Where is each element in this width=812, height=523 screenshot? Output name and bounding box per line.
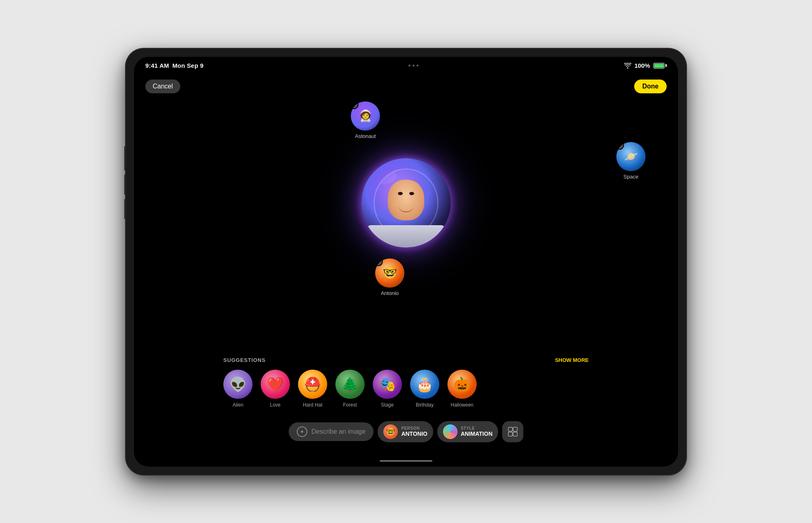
describe-input[interactable]: ✦ Describe an image	[289, 422, 374, 441]
suggestion-halloween-icon: 🎃	[447, 370, 477, 399]
suggestion-birthday-label: Birthday	[416, 402, 434, 408]
center-avatar[interactable]	[361, 158, 451, 248]
dot-1	[408, 65, 410, 67]
avatar-area: 🧑‍🚀 Astonaut 🪐 Space 🤓	[134, 101, 678, 304]
avatar-space-circle: 🪐	[616, 142, 646, 171]
person-type-label: PERSON	[401, 426, 427, 430]
style-info: STYLE ANIMATION	[461, 426, 492, 437]
avatar-space[interactable]: 🪐 Space	[616, 142, 646, 180]
suggestion-alien-icon: 👽	[223, 370, 253, 399]
dot-3	[417, 65, 419, 67]
volume-up-button[interactable]	[124, 174, 126, 195]
style-selector[interactable]: STYLE ANIMATION	[437, 421, 498, 442]
suggestion-stage-icon: 🎭	[373, 370, 402, 399]
suggestion-hardhat-label: Hard Hat	[303, 402, 322, 408]
suggestion-forest-icon: 🌲	[335, 370, 365, 399]
suggestion-alien[interactable]: 👽 Alien	[223, 370, 253, 408]
suggestion-stage[interactable]: 🎭 Stage	[373, 370, 402, 408]
avatar-space-label: Space	[624, 174, 639, 180]
avatar-antonio-circle: 🤓	[375, 258, 404, 288]
svg-rect-2	[508, 432, 512, 436]
person-name: ANTONIO	[401, 430, 427, 437]
show-more-button[interactable]: SHOW MORE	[555, 357, 589, 363]
done-button[interactable]: Done	[634, 80, 667, 93]
avatar-astonaut-circle: 🧑‍🚀	[351, 101, 380, 131]
person-avatar: 🤓	[383, 424, 398, 439]
avatar-space-remove[interactable]	[616, 142, 624, 150]
avatar-astonaut[interactable]: 🧑‍🚀 Astonaut	[351, 101, 380, 139]
suggestion-love-icon: ❤️	[261, 370, 290, 399]
person-info: PERSON ANTONIO	[401, 426, 427, 437]
style-type-label: STYLE	[461, 426, 492, 430]
suggestions-section: SUGGESTIONS SHOW MORE 👽 Alien ❤️	[134, 357, 678, 408]
suggestion-birthday-icon: 🎂	[410, 370, 439, 399]
suggestion-birthday[interactable]: 🎂 Birthday	[410, 370, 439, 408]
screen: 9:41 AM Mon Sep 9 100%	[134, 57, 678, 467]
bottom-toolbar: ✦ Describe an image 🤓 PERSON ANTONIO	[134, 421, 678, 442]
avatar-antonio-label: Antonio	[381, 290, 399, 296]
svg-rect-1	[513, 427, 517, 431]
style-name: ANIMATION	[461, 430, 492, 437]
wifi-icon	[624, 63, 631, 69]
status-center-dots	[408, 65, 419, 67]
avatar-astonaut-remove[interactable]	[351, 101, 358, 109]
battery-icon	[653, 63, 667, 69]
suggestion-love[interactable]: ❤️ Love	[261, 370, 290, 408]
dot-2	[412, 65, 415, 67]
suggestion-love-label: Love	[270, 402, 281, 408]
suggestion-alien-label: Alien	[233, 402, 244, 408]
suggestions-header: SUGGESTIONS SHOW MORE	[223, 357, 589, 363]
volume-down-button[interactable]	[124, 199, 126, 219]
suggestion-stage-label: Stage	[381, 402, 393, 408]
svg-rect-3	[513, 432, 517, 436]
suggestion-forest-label: Forest	[343, 402, 357, 408]
suggestion-hardhat[interactable]: ⛑️ Hard Hat	[298, 370, 327, 408]
status-right: 100%	[624, 62, 667, 69]
status-bar: 9:41 AM Mon Sep 9 100%	[134, 57, 678, 75]
person-selector[interactable]: 🤓 PERSON ANTONIO	[378, 421, 433, 442]
describe-placeholder: Describe an image	[311, 428, 365, 435]
avatar-antonio-remove[interactable]	[375, 258, 383, 266]
suggestion-halloween[interactable]: 🎃 Halloween	[447, 370, 477, 408]
suggestions-title: SUGGESTIONS	[223, 357, 266, 363]
style-ball-icon	[443, 424, 458, 439]
cancel-button[interactable]: Cancel	[145, 80, 180, 93]
sparkle-icon: ✦	[297, 426, 307, 437]
ipad-device: 9:41 AM Mon Sep 9 100%	[126, 49, 686, 475]
gallery-button[interactable]	[502, 421, 523, 442]
battery-pct: 100%	[635, 62, 650, 69]
home-indicator	[380, 460, 432, 462]
main-content: 🧑‍🚀 Astonaut 🪐 Space 🤓	[134, 57, 678, 467]
suggestion-halloween-label: Halloween	[451, 402, 473, 408]
avatar-astonaut-label: Astonaut	[355, 133, 376, 139]
suggestion-hardhat-icon: ⛑️	[298, 370, 327, 399]
suggestions-grid: 👽 Alien ❤️ Love ⛑️ Hard	[223, 370, 589, 408]
avatar-antonio[interactable]: 🤓 Antonio	[375, 258, 404, 296]
status-date: Mon Sep 9	[172, 62, 203, 69]
svg-rect-0	[508, 427, 512, 431]
status-time: 9:41 AM	[145, 62, 169, 69]
gallery-icon	[508, 426, 518, 437]
suggestion-forest[interactable]: 🌲 Forest	[335, 370, 365, 408]
